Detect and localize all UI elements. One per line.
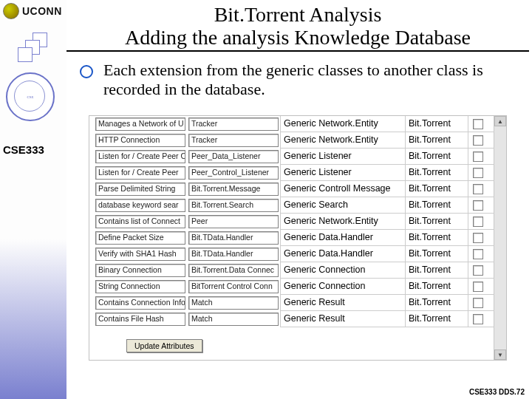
protocol-cell: Bit.Torrent: [405, 262, 468, 279]
class-input[interactable]: Tracker: [188, 117, 279, 131]
table-row: Define Packet SizeBit.TData.HandlerGener…: [89, 230, 494, 246]
class-input[interactable]: Match: [188, 296, 279, 310]
generic-cell: Generic Listener: [280, 149, 405, 165]
sidebar: UCONN CSE CSE333: [0, 0, 66, 399]
title-line-2: Adding the analysis Knowledge Database: [66, 26, 529, 51]
table-row: HTTP ConnectionTrackerGeneric Network.En…: [89, 132, 494, 149]
table-row: database keyword searBit.Torrent.SearchG…: [89, 197, 494, 214]
protocol-cell: Bit.Torrent: [405, 181, 468, 197]
title-line-1: Bit.Torrent Analysis: [66, 3, 529, 26]
protocol-cell: Bit.Torrent: [405, 311, 468, 327]
protocol-cell: Bit.Torrent: [405, 149, 468, 165]
desc-input[interactable]: Define Packet Size: [95, 231, 185, 245]
class-input[interactable]: Bit.Torrent.Message: [188, 183, 279, 196]
row-checkbox[interactable]: [473, 233, 483, 243]
protocol-cell: Bit.Torrent: [405, 116, 468, 132]
row-checkbox[interactable]: [473, 151, 483, 162]
logo-badge-icon: [3, 3, 19, 19]
brand-name: UCONN: [22, 5, 62, 17]
scrollbar[interactable]: ▲ ▼: [494, 116, 506, 360]
slide-footer: CSE333 DDS.72: [469, 388, 525, 396]
generic-cell: Generic Network.Entity: [280, 214, 405, 230]
desc-input[interactable]: Binary Connection: [95, 264, 185, 277]
desc-input[interactable]: Contains File Hash: [95, 313, 185, 326]
protocol-cell: Bit.Torrent: [405, 230, 468, 246]
desc-input[interactable]: Contains list of Connect: [95, 215, 185, 228]
course-code: CSE333: [3, 143, 44, 156]
generic-cell: Generic Data.Handler: [280, 246, 405, 262]
bullet-row: Each extension from the generic classes …: [80, 61, 522, 99]
scroll-up-icon[interactable]: ▲: [494, 116, 506, 126]
class-input[interactable]: Bit.Torrent.Data Connec: [188, 264, 279, 277]
squares-icon: [18, 33, 49, 64]
class-input[interactable]: Bit.TData.Handler: [188, 248, 279, 261]
generic-cell: Generic Network.Entity: [280, 116, 405, 132]
protocol-cell: Bit.Torrent: [405, 279, 468, 295]
table-row: Listen for / Create Peer CPeer_Data_List…: [89, 149, 494, 165]
generic-cell: Generic Result: [280, 295, 405, 311]
protocol-cell: Bit.Torrent: [405, 214, 468, 230]
desc-input[interactable]: Parse Delimited String: [95, 183, 185, 196]
desc-input[interactable]: Listen for / Create Peer: [95, 166, 185, 180]
seal-icon: CSE: [6, 72, 55, 121]
attributes-grid: Manages a Network of UTrackerGeneric Net…: [89, 116, 494, 335]
desc-input[interactable]: Manages a Network of U: [95, 117, 185, 131]
generic-cell: Generic Connection: [280, 262, 405, 279]
row-checkbox[interactable]: [473, 249, 483, 259]
protocol-cell: Bit.Torrent: [405, 246, 468, 262]
row-checkbox[interactable]: [473, 184, 483, 194]
table-row: Contains File HashMatchGeneric ResultBit…: [89, 311, 494, 327]
row-checkbox[interactable]: [473, 216, 483, 227]
update-attributes-button[interactable]: Update Attributes: [126, 339, 202, 352]
row-checkbox[interactable]: [473, 200, 483, 211]
protocol-cell: Bit.Torrent: [405, 295, 468, 311]
desc-input[interactable]: String Connection: [95, 280, 185, 293]
class-input[interactable]: Match: [188, 313, 279, 326]
bullet-icon: [80, 65, 93, 78]
table-row: Manages a Network of UTrackerGeneric Net…: [89, 116, 494, 132]
scroll-down-icon[interactable]: ▼: [494, 349, 506, 360]
class-input[interactable]: Bit.TData.Handler: [188, 231, 279, 245]
desc-input[interactable]: Listen for / Create Peer C: [95, 150, 185, 163]
class-input[interactable]: Peer: [188, 215, 279, 228]
table-row: Contains list of ConnectPeerGeneric Netw…: [89, 214, 494, 230]
row-checkbox[interactable]: [473, 135, 483, 146]
generic-cell: Generic Search: [280, 197, 405, 214]
attributes-panel: ▲ ▼ Manages a Network of UTrackerGeneric…: [89, 115, 507, 361]
desc-input[interactable]: Contains Connection Info: [95, 296, 185, 310]
table-row: Listen for / Create PeerPeer_Control_Lis…: [89, 165, 494, 181]
row-checkbox[interactable]: [473, 282, 483, 292]
slide-title: Bit.Torrent Analysis Adding the analysis…: [66, 3, 529, 52]
generic-cell: Generic Network.Entity: [280, 132, 405, 149]
row-checkbox[interactable]: [473, 168, 483, 178]
table-row: Verify with SHA1 HashBit.TData.HandlerGe…: [89, 246, 494, 262]
row-checkbox[interactable]: [473, 314, 483, 324]
desc-input[interactable]: Verify with SHA1 Hash: [95, 248, 185, 261]
table-row: Parse Delimited StringBit.Torrent.Messag…: [89, 181, 494, 197]
table-row: Binary ConnectionBit.Torrent.Data Connec…: [89, 262, 494, 279]
row-checkbox[interactable]: [473, 298, 483, 308]
class-input[interactable]: Tracker: [188, 134, 279, 147]
class-input[interactable]: BitTorrent Control Conn: [188, 280, 279, 293]
protocol-cell: Bit.Torrent: [405, 197, 468, 214]
table-row: String ConnectionBitTorrent Control Conn…: [89, 279, 494, 295]
row-checkbox[interactable]: [473, 265, 483, 276]
generic-cell: Generic Listener: [280, 165, 405, 181]
generic-cell: Generic Data.Handler: [280, 230, 405, 246]
protocol-cell: Bit.Torrent: [405, 165, 468, 181]
class-input[interactable]: Bit.Torrent.Search: [188, 199, 279, 212]
bullet-text: Each extension from the generic classes …: [103, 61, 522, 99]
table-row: Contains Connection InfoMatchGeneric Res…: [89, 295, 494, 311]
generic-cell: Generic Connection: [280, 279, 405, 295]
class-input[interactable]: Peer_Data_Listener: [188, 150, 279, 163]
row-checkbox[interactable]: [473, 119, 483, 129]
generic-cell: Generic Controll Message: [280, 181, 405, 197]
desc-input[interactable]: HTTP Connection: [95, 134, 185, 147]
uconn-logo: UCONN: [3, 3, 62, 19]
desc-input[interactable]: database keyword sear: [95, 199, 185, 212]
protocol-cell: Bit.Torrent: [405, 132, 468, 149]
class-input[interactable]: Peer_Control_Listener: [188, 166, 279, 180]
generic-cell: Generic Result: [280, 311, 405, 327]
